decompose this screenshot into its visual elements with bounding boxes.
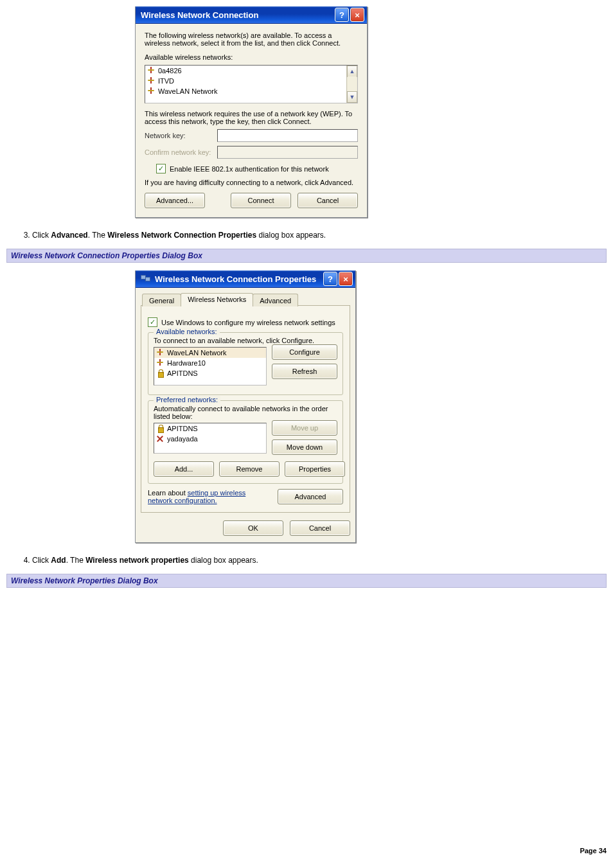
- scrollbar[interactable]: ▲ ▼: [346, 66, 357, 103]
- list-item: APITDNS: [167, 425, 198, 432]
- x-icon: [157, 435, 163, 443]
- properties-button[interactable]: Properties: [285, 461, 345, 477]
- help-icon[interactable]: ?: [335, 8, 349, 22]
- wep-note: This wireless network requires the use o…: [145, 110, 358, 125]
- dialog-wireless-connection: Wireless Network Connection ? × The foll…: [135, 6, 368, 218]
- network-icon: [141, 274, 151, 284]
- available-networks-group: Available networks: To connect to an ava…: [148, 332, 343, 395]
- network-key-input[interactable]: [217, 129, 358, 142]
- lock-icon: [157, 369, 163, 377]
- titlebar: Wireless Network Connection ? ×: [136, 6, 367, 24]
- checkbox-icon: ✓: [156, 164, 166, 173]
- preferred-list[interactable]: APITDNS yadayada: [154, 423, 267, 454]
- cancel-button[interactable]: Cancel: [298, 193, 358, 208]
- list-item: WaveLAN Network: [158, 87, 218, 95]
- list-item: APITDNS: [167, 369, 198, 377]
- remove-button[interactable]: Remove: [219, 461, 280, 477]
- move-up-button[interactable]: Move up: [272, 420, 337, 436]
- help-icon[interactable]: ?: [323, 272, 337, 286]
- ok-button[interactable]: OK: [223, 520, 283, 536]
- configure-button[interactable]: Configure: [272, 344, 337, 360]
- available-hint: To connect to an available network, clic…: [154, 337, 337, 344]
- list-item: Hardware10: [167, 359, 206, 367]
- preferred-hint: Automatically connect to available netwo…: [154, 405, 337, 420]
- connect-button[interactable]: Connect: [231, 193, 291, 208]
- advanced-button[interactable]: Advanced: [278, 489, 343, 504]
- refresh-button[interactable]: Refresh: [272, 364, 337, 379]
- list-item: 0a4826: [158, 67, 182, 75]
- titlebar: Wireless Network Connection Properties ?…: [136, 270, 355, 288]
- difficulty-note: If you are having difficulty connecting …: [145, 179, 358, 186]
- scroll-up-icon[interactable]: ▲: [347, 66, 357, 77]
- tab-wireless-networks[interactable]: Wireless Networks: [181, 293, 253, 306]
- lock-icon: [157, 425, 163, 432]
- available-list[interactable]: WaveLAN Network Hardware10 APITDNS: [154, 347, 267, 385]
- figure-wireless-properties: Wireless Network Connection Properties ?…: [6, 270, 607, 543]
- learn-about-text: Learn about setting up wireless network …: [148, 489, 271, 504]
- cancel-button[interactable]: Cancel: [290, 520, 350, 536]
- list-item: ITVD: [158, 77, 174, 85]
- tab-advanced[interactable]: Advanced: [253, 294, 298, 306]
- tab-bar: General Wireless Networks Advanced: [141, 293, 350, 306]
- move-down-button[interactable]: Move down: [272, 439, 337, 455]
- preferred-legend: Preferred networks:: [154, 396, 220, 403]
- add-button[interactable]: Add...: [154, 461, 214, 477]
- use-windows-label: Use Windows to configure my wireless net…: [161, 319, 335, 326]
- step-3: Click Advanced. The Wireless Network Con…: [32, 231, 607, 240]
- tab-general[interactable]: General: [142, 294, 181, 306]
- scroll-down-icon[interactable]: ▼: [347, 91, 357, 103]
- section-heading-net-properties: Wireless Network Properties Dialog Box: [6, 574, 607, 588]
- section-heading-properties: Wireless Network Connection Properties D…: [6, 249, 607, 263]
- use-windows-checkbox[interactable]: ✓ Use Windows to configure my wireless n…: [148, 317, 343, 327]
- tower-icon: [148, 77, 154, 85]
- checkbox-icon: ✓: [148, 317, 157, 327]
- list-item: yadayada: [167, 435, 198, 443]
- page-number: Page 34: [580, 847, 607, 855]
- step-list: Click Add. The Wireless network properti…: [6, 556, 607, 565]
- dialog-title: Wireless Network Connection: [141, 10, 335, 20]
- intro-text: The following wireless network(s) are av…: [145, 31, 358, 47]
- network-key-label: Network key:: [145, 132, 212, 139]
- close-icon[interactable]: ×: [350, 8, 364, 22]
- close-icon[interactable]: ×: [339, 272, 353, 286]
- tower-icon: [157, 359, 163, 367]
- enable-8021x-checkbox[interactable]: ✓ Enable IEEE 802.1x authentication for …: [156, 164, 358, 173]
- confirm-key-input: [217, 146, 358, 159]
- dialog-wireless-properties: Wireless Network Connection Properties ?…: [135, 270, 356, 543]
- step-list: Click Advanced. The Wireless Network Con…: [6, 231, 607, 240]
- enable-8021x-label: Enable IEEE 802.1x authentication for th…: [170, 165, 329, 173]
- advanced-button[interactable]: Advanced...: [145, 193, 205, 208]
- available-legend: Available networks:: [154, 328, 220, 335]
- available-networks-list[interactable]: 0a4826 ITVD WaveLAN Network ▲ ▼: [145, 65, 358, 103]
- figure-wireless-connect: Wireless Network Connection ? × The foll…: [6, 6, 607, 218]
- tower-icon: [157, 349, 163, 357]
- tower-icon: [148, 67, 154, 75]
- list-item: WaveLAN Network: [167, 349, 227, 357]
- available-networks-label: Available wireless networks:: [145, 53, 358, 61]
- step-4: Click Add. The Wireless network properti…: [32, 556, 607, 565]
- confirm-key-label: Confirm network key:: [145, 148, 212, 156]
- dialog-title: Wireless Network Connection Properties: [155, 274, 323, 284]
- preferred-networks-group: Preferred networks: Automatically connec…: [148, 400, 343, 484]
- tower-icon: [148, 87, 154, 95]
- tab-content: ✓ Use Windows to configure my wireless n…: [141, 305, 350, 513]
